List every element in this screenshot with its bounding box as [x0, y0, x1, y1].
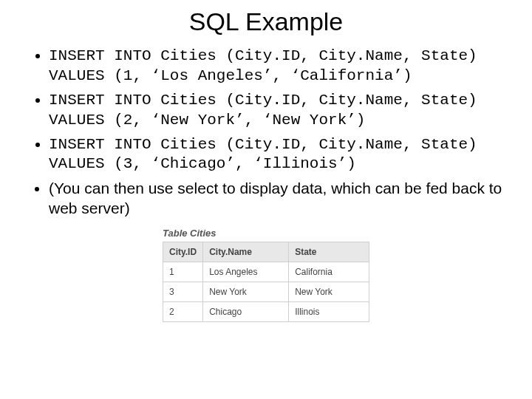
table-cell: Los Angeles — [203, 262, 289, 282]
table-header-cell: City.ID — [163, 242, 203, 262]
list-item: INSERT INTO Cities (City.ID, City.Name, … — [49, 47, 502, 86]
cities-table: City.ID City.Name State 1 Los Angeles Ca… — [163, 242, 369, 322]
table-body: 1 Los Angeles California 3 New York New … — [163, 262, 369, 322]
table-cell: 1 — [163, 262, 203, 282]
table-row: 1 Los Angeles California — [163, 262, 369, 282]
table-header: City.ID City.Name State — [163, 242, 369, 262]
slide: SQL Example INSERT INTO Cities (City.ID,… — [0, 0, 532, 399]
page-title: SQL Example — [30, 7, 502, 36]
bullet-list: INSERT INTO Cities (City.ID, City.Name, … — [30, 47, 502, 219]
table-cell: California — [289, 262, 369, 282]
table-header-cell: State — [289, 242, 369, 262]
list-item: (You can then use select to display data… — [49, 179, 502, 219]
table-cell: 2 — [163, 302, 203, 322]
table-header-cell: City.Name — [203, 242, 289, 262]
table-row: 2 Chicago Illinois — [163, 302, 369, 322]
table-cell: 3 — [163, 282, 203, 302]
table-container: Table Cities City.ID City.Name State 1 L… — [163, 228, 369, 322]
table-cell: New York — [289, 282, 369, 302]
table-row: 3 New York New York — [163, 282, 369, 302]
list-item: INSERT INTO Cities (City.ID, City.Name, … — [49, 91, 502, 131]
table-row: City.ID City.Name State — [163, 242, 369, 262]
table-cell: New York — [203, 282, 289, 302]
list-item: INSERT INTO Cities (City.ID, City.Name, … — [49, 135, 502, 175]
table-caption: Table Cities — [163, 228, 369, 239]
table-cell: Chicago — [203, 302, 289, 322]
table-cell: Illinois — [289, 302, 369, 322]
